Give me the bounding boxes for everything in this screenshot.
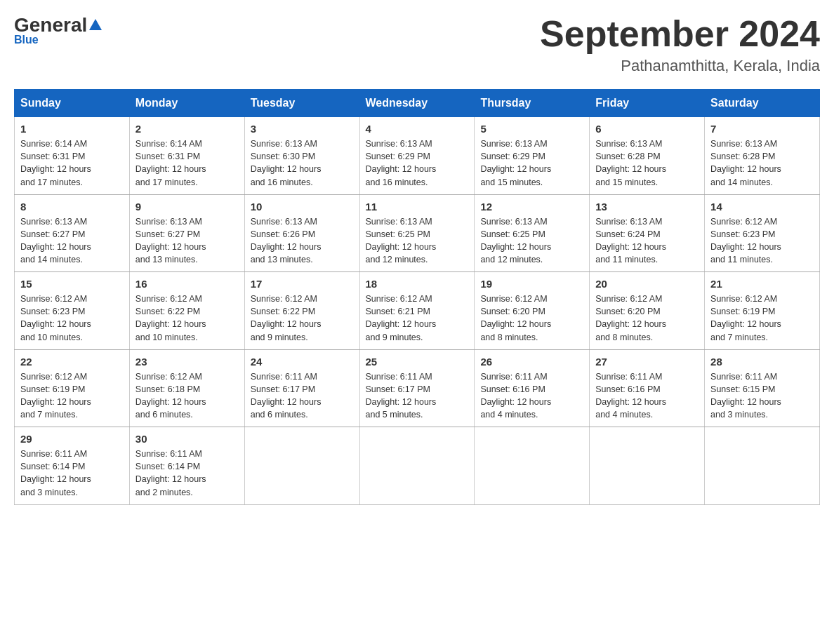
daylight-label: Daylight: 12 hours bbox=[135, 319, 206, 329]
day-number: 12 bbox=[480, 201, 583, 213]
sunrise-label: Sunrise: 6:13 AM bbox=[480, 217, 547, 227]
location-title: Pathanamthitta, Kerala, India bbox=[540, 57, 820, 75]
sunset-label: Sunset: 6:28 PM bbox=[710, 152, 775, 161]
calendar-day-3: 3 Sunrise: 6:13 AM Sunset: 6:30 PM Dayli… bbox=[244, 117, 359, 195]
calendar-week-row-4: 22 Sunrise: 6:12 AM Sunset: 6:19 PM Dayl… bbox=[15, 349, 820, 427]
daylight-minutes: and 16 minutes. bbox=[366, 177, 428, 187]
daylight-label: Daylight: 12 hours bbox=[20, 474, 91, 484]
day-info: Sunrise: 6:11 AM Sunset: 6:14 PM Dayligh… bbox=[135, 448, 239, 499]
sunset-label: Sunset: 6:27 PM bbox=[20, 229, 85, 239]
daylight-minutes: and 7 minutes. bbox=[710, 333, 768, 342]
day-info: Sunrise: 6:13 AM Sunset: 6:25 PM Dayligh… bbox=[480, 215, 583, 267]
daylight-label: Daylight: 12 hours bbox=[595, 397, 666, 407]
day-info: Sunrise: 6:12 AM Sunset: 6:23 PM Dayligh… bbox=[20, 293, 124, 344]
sunrise-label: Sunrise: 6:13 AM bbox=[595, 217, 662, 227]
sunrise-label: Sunrise: 6:13 AM bbox=[251, 217, 317, 227]
daylight-label: Daylight: 12 hours bbox=[710, 397, 781, 407]
calendar-day-25: 25 Sunrise: 6:11 AM Sunset: 6:17 PM Dayl… bbox=[359, 349, 475, 427]
daylight-label: Daylight: 12 hours bbox=[480, 242, 551, 252]
sunset-label: Sunset: 6:31 PM bbox=[135, 152, 200, 161]
calendar-day-29: 29 Sunrise: 6:11 AM Sunset: 6:14 PM Dayl… bbox=[15, 427, 130, 505]
sunrise-label: Sunrise: 6:12 AM bbox=[251, 294, 317, 304]
sunrise-label: Sunrise: 6:11 AM bbox=[480, 372, 547, 382]
sunrise-label: Sunrise: 6:13 AM bbox=[135, 217, 202, 227]
day-number: 14 bbox=[710, 201, 814, 213]
daylight-label: Daylight: 12 hours bbox=[20, 242, 91, 252]
day-number: 19 bbox=[480, 278, 583, 290]
empty-cell bbox=[244, 427, 359, 505]
daylight-label: Daylight: 12 hours bbox=[480, 164, 551, 174]
daylight-minutes: and 6 minutes. bbox=[135, 410, 193, 420]
daylight-minutes: and 8 minutes. bbox=[480, 333, 538, 342]
daylight-label: Daylight: 12 hours bbox=[480, 397, 551, 407]
calendar-day-8: 8 Sunrise: 6:13 AM Sunset: 6:27 PM Dayli… bbox=[15, 194, 130, 272]
day-info: Sunrise: 6:13 AM Sunset: 6:29 PM Dayligh… bbox=[480, 137, 583, 189]
day-number: 15 bbox=[20, 278, 124, 290]
calendar-day-22: 22 Sunrise: 6:12 AM Sunset: 6:19 PM Dayl… bbox=[15, 349, 130, 427]
sunset-label: Sunset: 6:21 PM bbox=[366, 307, 430, 316]
sunrise-label: Sunrise: 6:13 AM bbox=[366, 139, 432, 149]
sunset-label: Sunset: 6:14 PM bbox=[20, 462, 85, 471]
daylight-label: Daylight: 12 hours bbox=[135, 164, 206, 174]
day-number: 4 bbox=[366, 123, 469, 135]
day-number: 2 bbox=[135, 123, 239, 135]
daylight-label: Daylight: 12 hours bbox=[20, 397, 91, 407]
day-info: Sunrise: 6:11 AM Sunset: 6:15 PM Dayligh… bbox=[710, 370, 814, 422]
daylight-minutes: and 4 minutes. bbox=[595, 410, 653, 420]
weekday-header-sunday: Sunday bbox=[15, 90, 130, 117]
calendar-day-30: 30 Sunrise: 6:11 AM Sunset: 6:14 PM Dayl… bbox=[129, 427, 244, 505]
day-number: 22 bbox=[20, 356, 124, 368]
daylight-label: Daylight: 12 hours bbox=[135, 474, 206, 484]
day-info: Sunrise: 6:12 AM Sunset: 6:20 PM Dayligh… bbox=[480, 293, 583, 344]
sunset-label: Sunset: 6:26 PM bbox=[251, 229, 315, 239]
calendar-day-20: 20 Sunrise: 6:12 AM Sunset: 6:20 PM Dayl… bbox=[590, 272, 705, 350]
daylight-minutes: and 14 minutes. bbox=[20, 255, 83, 264]
sunset-label: Sunset: 6:27 PM bbox=[135, 229, 200, 239]
day-number: 13 bbox=[595, 201, 699, 213]
empty-cell bbox=[705, 427, 820, 505]
sunrise-label: Sunrise: 6:12 AM bbox=[710, 217, 777, 227]
sunset-label: Sunset: 6:16 PM bbox=[595, 384, 660, 394]
sunset-label: Sunset: 6:22 PM bbox=[251, 307, 315, 316]
day-number: 20 bbox=[595, 278, 699, 290]
sunset-label: Sunset: 6:17 PM bbox=[366, 384, 430, 394]
day-number: 26 bbox=[480, 356, 583, 368]
daylight-label: Daylight: 12 hours bbox=[251, 242, 322, 252]
daylight-label: Daylight: 12 hours bbox=[366, 319, 437, 329]
calendar-day-12: 12 Sunrise: 6:13 AM Sunset: 6:25 PM Dayl… bbox=[475, 194, 590, 272]
sunset-label: Sunset: 6:22 PM bbox=[135, 307, 200, 316]
daylight-minutes: and 16 minutes. bbox=[251, 177, 313, 187]
sunrise-label: Sunrise: 6:12 AM bbox=[595, 294, 662, 304]
day-info: Sunrise: 6:11 AM Sunset: 6:14 PM Dayligh… bbox=[20, 448, 124, 499]
sunrise-label: Sunrise: 6:13 AM bbox=[251, 139, 317, 149]
day-number: 25 bbox=[366, 356, 469, 368]
calendar-day-26: 26 Sunrise: 6:11 AM Sunset: 6:16 PM Dayl… bbox=[475, 349, 590, 427]
sunrise-label: Sunrise: 6:12 AM bbox=[135, 372, 202, 382]
daylight-label: Daylight: 12 hours bbox=[135, 242, 206, 252]
title-section: September 2024 Pathanamthitta, Kerala, I… bbox=[540, 14, 820, 75]
day-info: Sunrise: 6:12 AM Sunset: 6:23 PM Dayligh… bbox=[710, 215, 814, 267]
sunset-label: Sunset: 6:17 PM bbox=[251, 384, 315, 394]
day-info: Sunrise: 6:11 AM Sunset: 6:16 PM Dayligh… bbox=[480, 370, 583, 422]
day-info: Sunrise: 6:13 AM Sunset: 6:24 PM Dayligh… bbox=[595, 215, 699, 267]
daylight-label: Daylight: 12 hours bbox=[251, 397, 322, 407]
daylight-minutes: and 7 minutes. bbox=[20, 410, 78, 420]
calendar-day-16: 16 Sunrise: 6:12 AM Sunset: 6:22 PM Dayl… bbox=[129, 272, 244, 350]
daylight-label: Daylight: 12 hours bbox=[480, 319, 551, 329]
daylight-minutes: and 3 minutes. bbox=[710, 410, 768, 420]
logo: General Blue bbox=[14, 14, 104, 46]
daylight-minutes: and 12 minutes. bbox=[480, 255, 543, 264]
daylight-label: Daylight: 12 hours bbox=[366, 242, 437, 252]
daylight-label: Daylight: 12 hours bbox=[595, 242, 666, 252]
daylight-label: Daylight: 12 hours bbox=[251, 319, 322, 329]
calendar-day-10: 10 Sunrise: 6:13 AM Sunset: 6:26 PM Dayl… bbox=[244, 194, 359, 272]
sunrise-label: Sunrise: 6:13 AM bbox=[480, 139, 547, 149]
day-info: Sunrise: 6:13 AM Sunset: 6:28 PM Dayligh… bbox=[710, 137, 814, 189]
daylight-label: Daylight: 12 hours bbox=[20, 319, 91, 329]
daylight-minutes: and 13 minutes. bbox=[135, 255, 198, 264]
calendar-day-7: 7 Sunrise: 6:13 AM Sunset: 6:28 PM Dayli… bbox=[705, 117, 820, 195]
sunset-label: Sunset: 6:20 PM bbox=[480, 307, 545, 316]
daylight-minutes: and 9 minutes. bbox=[251, 333, 308, 342]
day-info: Sunrise: 6:11 AM Sunset: 6:17 PM Dayligh… bbox=[251, 370, 354, 422]
daylight-minutes: and 15 minutes. bbox=[595, 177, 658, 187]
